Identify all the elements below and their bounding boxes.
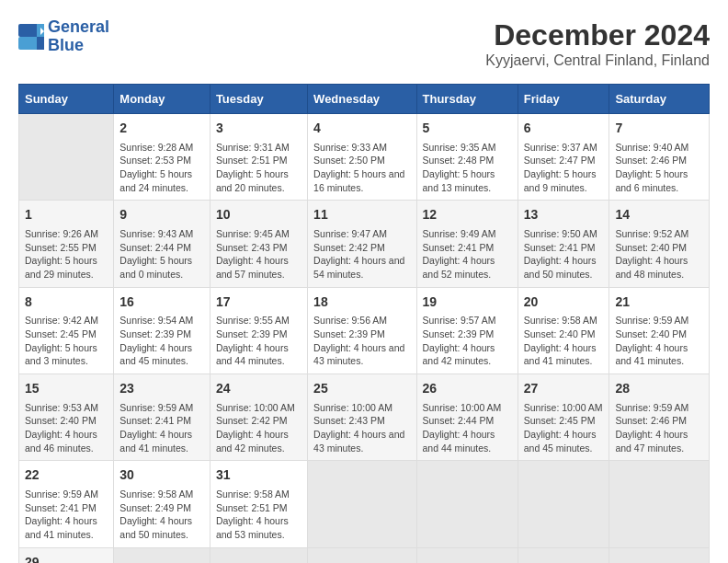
calendar-cell: 15 Sunrise: 9:53 AM Sunset: 2:40 PM Dayl… — [19, 374, 114, 461]
day-number: 6 — [524, 120, 604, 138]
calendar-cell: 16 Sunrise: 9:54 AM Sunset: 2:39 PM Dayl… — [114, 287, 210, 373]
title-section: December 2024 Kyyjaervi, Central Finland… — [485, 18, 710, 69]
calendar-cell — [416, 547, 518, 563]
calendar-cell: 4 Sunrise: 9:33 AM Sunset: 2:50 PM Dayli… — [308, 114, 416, 201]
calendar-cell: 24 Sunrise: 10:00 AM Sunset: 2:42 PM Day… — [210, 374, 307, 461]
day-number: 18 — [313, 293, 410, 312]
day-info: Sunrise: 9:50 AM Sunset: 2:41 PM Dayligh… — [524, 227, 604, 282]
calendar-cell: 3 Sunrise: 9:31 AM Sunset: 2:51 PM Dayli… — [210, 114, 307, 201]
day-info: Sunrise: 9:57 AM Sunset: 2:39 PM Dayligh… — [423, 314, 512, 368]
day-number: 27 — [524, 380, 604, 398]
day-info: Sunrise: 9:28 AM Sunset: 2:53 PM Dayligh… — [119, 141, 204, 195]
day-number: 29 — [25, 554, 108, 563]
calendar-cell: 21 Sunrise: 9:59 AM Sunset: 2:40 PM Dayl… — [609, 287, 710, 373]
calendar-cell: 6 Sunrise: 9:37 AM Sunset: 2:47 PM Dayli… — [518, 114, 609, 201]
day-number: 14 — [615, 206, 703, 224]
calendar-row: 22 Sunrise: 9:59 AM Sunset: 2:41 PM Dayl… — [19, 461, 710, 547]
calendar-cell — [609, 547, 710, 563]
calendar-cell: 14 Sunrise: 9:52 AM Sunset: 2:40 PM Dayl… — [609, 201, 710, 287]
col-tuesday: Tuesday — [210, 85, 307, 114]
calendar-cell: 20 Sunrise: 9:58 AM Sunset: 2:40 PM Dayl… — [518, 287, 609, 373]
calendar-cell — [114, 547, 210, 563]
day-info: Sunrise: 9:37 AM Sunset: 2:47 PM Dayligh… — [524, 141, 604, 195]
day-number: 28 — [615, 380, 703, 398]
day-number: 17 — [216, 293, 301, 312]
calendar-cell: 25 Sunrise: 10:00 AM Sunset: 2:43 PM Day… — [308, 374, 416, 461]
calendar-row: 8 Sunrise: 9:42 AM Sunset: 2:45 PM Dayli… — [19, 287, 710, 373]
day-number: 9 — [119, 206, 204, 224]
calendar-cell: 8 Sunrise: 9:42 AM Sunset: 2:45 PM Dayli… — [19, 287, 114, 373]
day-number: 13 — [524, 206, 604, 224]
calendar-cell: 23 Sunrise: 9:59 AM Sunset: 2:41 PM Dayl… — [114, 374, 210, 461]
day-number: 31 — [216, 466, 301, 485]
calendar-cell — [308, 461, 416, 547]
calendar-cell: 30 Sunrise: 9:58 AM Sunset: 2:49 PM Dayl… — [114, 461, 210, 547]
calendar-cell: 13 Sunrise: 9:50 AM Sunset: 2:41 PM Dayl… — [518, 201, 609, 287]
calendar-cell: 26 Sunrise: 10:00 AM Sunset: 2:44 PM Day… — [416, 374, 518, 461]
day-info: Sunrise: 9:59 AM Sunset: 2:46 PM Dayligh… — [615, 401, 703, 455]
day-number: 7 — [615, 120, 703, 138]
day-number: 2 — [119, 120, 204, 138]
calendar-cell — [308, 547, 416, 563]
day-number: 12 — [423, 206, 512, 224]
day-info: Sunrise: 9:58 AM Sunset: 2:40 PM Dayligh… — [524, 314, 604, 368]
calendar-cell: 19 Sunrise: 9:57 AM Sunset: 2:39 PM Dayl… — [416, 287, 518, 373]
calendar-cell: 12 Sunrise: 9:49 AM Sunset: 2:41 PM Dayl… — [416, 201, 518, 287]
calendar-cell — [416, 461, 518, 547]
calendar-cell: 28 Sunrise: 9:59 AM Sunset: 2:46 PM Dayl… — [609, 374, 710, 461]
day-number: 26 — [423, 380, 512, 398]
calendar-row: 15 Sunrise: 9:53 AM Sunset: 2:40 PM Dayl… — [19, 374, 710, 461]
day-info: Sunrise: 9:33 AM Sunset: 2:50 PM Dayligh… — [313, 141, 410, 195]
day-info: Sunrise: 10:00 AM Sunset: 2:44 PM Daylig… — [423, 401, 512, 455]
day-number: 8 — [25, 293, 108, 312]
day-info: Sunrise: 9:42 AM Sunset: 2:45 PM Dayligh… — [25, 314, 108, 368]
calendar-cell: 17 Sunrise: 9:55 AM Sunset: 2:39 PM Dayl… — [210, 287, 307, 373]
day-number: 22 — [25, 466, 108, 485]
calendar-cell — [518, 461, 609, 547]
day-number: 25 — [313, 380, 410, 398]
svg-marker-3 — [37, 37, 44, 50]
day-info: Sunrise: 9:35 AM Sunset: 2:48 PM Dayligh… — [423, 141, 512, 195]
calendar-cell: 10 Sunrise: 9:45 AM Sunset: 2:43 PM Dayl… — [210, 201, 307, 287]
day-info: Sunrise: 9:56 AM Sunset: 2:39 PM Dayligh… — [313, 314, 410, 368]
day-number: 23 — [119, 380, 204, 398]
day-number: 10 — [216, 206, 301, 224]
header-row: Sunday Monday Tuesday Wednesday Thursday… — [19, 85, 710, 114]
day-number: 20 — [524, 293, 604, 312]
day-number: 21 — [615, 293, 703, 312]
day-info: Sunrise: 9:58 AM Sunset: 2:49 PM Dayligh… — [119, 488, 204, 542]
day-number: 3 — [216, 120, 301, 138]
day-info: Sunrise: 9:26 AM Sunset: 2:55 PM Dayligh… — [25, 227, 108, 282]
day-info: Sunrise: 9:59 AM Sunset: 2:41 PM Dayligh… — [25, 488, 108, 542]
day-number: 19 — [423, 293, 512, 312]
day-info: Sunrise: 9:59 AM Sunset: 2:40 PM Dayligh… — [615, 314, 703, 368]
day-info: Sunrise: 10:00 AM Sunset: 2:45 PM Daylig… — [524, 401, 604, 455]
calendar-row: 1 Sunrise: 9:26 AM Sunset: 2:55 PM Dayli… — [19, 201, 710, 287]
calendar-cell — [518, 547, 609, 563]
day-info: Sunrise: 9:59 AM Sunset: 2:41 PM Dayligh… — [119, 401, 204, 455]
col-thursday: Thursday — [416, 85, 518, 114]
col-sunday: Sunday — [19, 85, 114, 114]
day-info: Sunrise: 9:55 AM Sunset: 2:39 PM Dayligh… — [216, 314, 301, 368]
day-number: 11 — [313, 206, 410, 224]
top-header: General Blue December 2024 Kyyjaervi, Ce… — [18, 18, 710, 76]
calendar-table: Sunday Monday Tuesday Wednesday Thursday… — [18, 84, 710, 563]
day-info: Sunrise: 9:40 AM Sunset: 2:46 PM Dayligh… — [615, 141, 703, 195]
calendar-cell: 27 Sunrise: 10:00 AM Sunset: 2:45 PM Day… — [518, 374, 609, 461]
day-info: Sunrise: 9:47 AM Sunset: 2:42 PM Dayligh… — [313, 227, 410, 282]
day-info: Sunrise: 9:31 AM Sunset: 2:51 PM Dayligh… — [216, 141, 301, 195]
day-number: 16 — [119, 293, 204, 312]
calendar-cell: 7 Sunrise: 9:40 AM Sunset: 2:46 PM Dayli… — [609, 114, 710, 201]
calendar-row: 29 Sunrise: 9:59 AM Sunset: 2:48 PM Dayl… — [19, 547, 710, 563]
day-info: Sunrise: 10:00 AM Sunset: 2:42 PM Daylig… — [216, 401, 301, 455]
calendar-cell: 11 Sunrise: 9:47 AM Sunset: 2:42 PM Dayl… — [308, 201, 416, 287]
logo-text: General Blue — [48, 18, 109, 55]
col-friday: Friday — [518, 85, 609, 114]
day-number: 1 — [25, 206, 108, 224]
day-info: Sunrise: 9:54 AM Sunset: 2:39 PM Dayligh… — [119, 314, 204, 368]
page-container: General Blue December 2024 Kyyjaervi, Ce… — [18, 18, 710, 563]
col-saturday: Saturday — [609, 85, 710, 114]
calendar-row: 2 Sunrise: 9:28 AM Sunset: 2:53 PM Dayli… — [19, 114, 710, 201]
calendar-cell — [210, 547, 307, 563]
calendar-cell: 22 Sunrise: 9:59 AM Sunset: 2:41 PM Dayl… — [19, 461, 114, 547]
